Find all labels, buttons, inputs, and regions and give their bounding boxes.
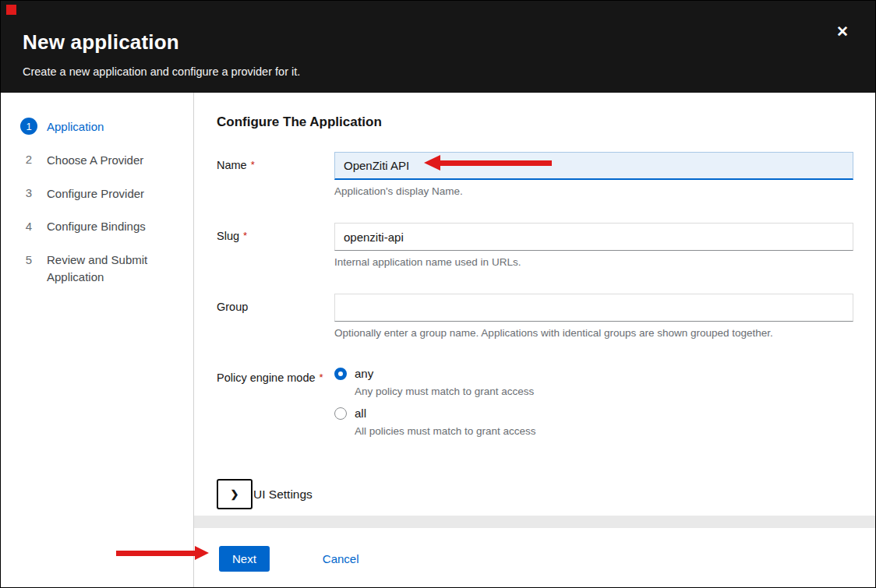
name-input[interactable] xyxy=(334,152,853,180)
annotation-arrow-name-input xyxy=(440,160,552,166)
wizard-step-configure-provider[interactable]: 3 Configure Provider xyxy=(1,177,193,210)
ui-settings-section: ❯ UI Settings xyxy=(217,479,853,509)
group-input[interactable] xyxy=(334,294,853,322)
name-help-text: Application's display Name. xyxy=(334,185,853,197)
step-label: Configure Bindings xyxy=(47,217,146,235)
radio-label-all: all xyxy=(355,407,366,420)
form-row-slug: Slug* Internal application name used in … xyxy=(217,223,853,268)
cancel-button[interactable]: Cancel xyxy=(323,552,359,565)
horizontal-scrollbar[interactable] xyxy=(194,516,875,528)
policy-engine-mode-label: Policy engine mode* xyxy=(217,364,334,446)
step-label: Choose A Provider xyxy=(47,151,143,169)
new-application-wizard: New application Create a new application… xyxy=(0,0,876,588)
wizard-step-content: Configure The Application Name* Applicat… xyxy=(194,93,875,516)
wizard-step-review-submit[interactable]: 5 Review and Submit Application xyxy=(1,243,193,294)
wizard-header: New application Create a new application… xyxy=(1,1,875,93)
wizard-step-application[interactable]: 1 Application xyxy=(1,110,193,143)
slug-help-text: Internal application name used in URLs. xyxy=(334,256,853,268)
wizard-step-configure-bindings[interactable]: 4 Configure Bindings xyxy=(1,209,193,243)
name-label: Name* xyxy=(217,152,334,197)
next-button[interactable]: Next xyxy=(219,546,270,572)
close-icon[interactable]: ✕ xyxy=(836,24,849,39)
step-number-badge: 4 xyxy=(20,217,37,234)
annotation-arrow-next-button-head xyxy=(195,546,209,560)
group-label: Group xyxy=(217,294,334,339)
form-row-group: Group Optionally enter a group name. App… xyxy=(217,294,853,339)
expand-toggle-button[interactable]: ❯ xyxy=(217,479,253,509)
recording-indicator-square xyxy=(6,5,16,15)
annotation-arrow-next-button xyxy=(116,551,195,556)
step-heading: Configure The Application xyxy=(217,114,853,130)
required-asterisk: * xyxy=(243,230,247,241)
step-number-badge: 2 xyxy=(20,151,37,168)
policy-mode-all-help: All policies must match to grant access xyxy=(355,425,853,437)
step-label: Review and Submit Application xyxy=(47,251,182,286)
policy-mode-any-radio[interactable]: any xyxy=(334,367,853,380)
form-row-name: Name* Application's display Name. xyxy=(217,152,853,197)
wizard-footer: Next Cancel xyxy=(194,528,875,588)
wizard-step-choose-provider[interactable]: 2 Choose A Provider xyxy=(1,143,193,177)
wizard-main-column: Configure The Application Name* Applicat… xyxy=(194,93,875,588)
chevron-right-icon: ❯ xyxy=(231,488,239,500)
step-number-badge: 1 xyxy=(20,118,37,135)
slug-input[interactable] xyxy=(334,223,853,251)
step-label: Configure Provider xyxy=(47,185,144,202)
wizard-title: New application xyxy=(23,30,853,55)
step-number-badge: 5 xyxy=(20,251,37,268)
policy-mode-any-help: Any policy must match to grant access xyxy=(355,386,853,397)
ui-settings-label: UI Settings xyxy=(253,488,313,502)
step-label: Application xyxy=(47,118,104,136)
slug-label: Slug* xyxy=(217,223,334,268)
radio-unselected-icon[interactable] xyxy=(334,407,347,420)
required-asterisk: * xyxy=(251,159,255,171)
wizard-subtitle: Create a new application and configure a… xyxy=(23,65,853,78)
policy-mode-all-radio[interactable]: all xyxy=(334,407,853,420)
step-number-badge: 3 xyxy=(20,185,37,202)
annotation-arrow-name-input-head xyxy=(424,155,440,171)
radio-label-any: any xyxy=(355,367,373,380)
form-row-policy-engine-mode: Policy engine mode* any Any policy must … xyxy=(217,364,853,446)
wizard-step-nav: 1 Application 2 Choose A Provider 3 Conf… xyxy=(1,93,194,588)
required-asterisk: * xyxy=(320,371,323,383)
radio-selected-icon[interactable] xyxy=(334,368,347,380)
group-help-text: Optionally enter a group name. Applicati… xyxy=(334,327,853,339)
